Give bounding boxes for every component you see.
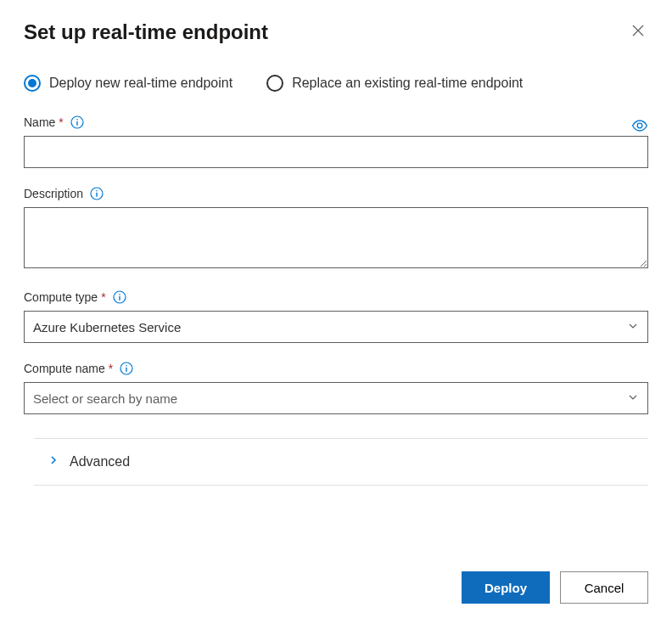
description-input[interactable] xyxy=(24,207,648,268)
close-icon xyxy=(631,24,645,40)
chevron-down-icon xyxy=(627,391,639,406)
chevron-down-icon xyxy=(627,320,639,334)
radio-unselected-icon xyxy=(266,75,283,92)
info-icon[interactable] xyxy=(120,362,133,375)
compute-type-value: Azure Kubernetes Service xyxy=(33,320,181,334)
svg-point-8 xyxy=(119,294,120,295)
required-asterisk: * xyxy=(101,290,105,304)
compute-type-select[interactable]: Azure Kubernetes Service xyxy=(24,311,648,343)
advanced-label: Advanced xyxy=(70,454,130,469)
dialog-title: Set up real-time endpoint xyxy=(24,20,268,44)
svg-rect-2 xyxy=(76,121,77,126)
info-icon[interactable] xyxy=(90,187,104,200)
required-asterisk: * xyxy=(109,362,113,375)
svg-rect-6 xyxy=(96,193,97,197)
close-button[interactable] xyxy=(628,20,648,43)
advanced-toggle[interactable]: Advanced xyxy=(34,454,648,469)
eye-icon[interactable] xyxy=(631,120,648,132)
required-asterisk: * xyxy=(59,115,63,129)
svg-rect-12 xyxy=(126,368,126,372)
compute-name-placeholder: Select or search by name xyxy=(33,391,177,406)
svg-point-11 xyxy=(126,365,127,367)
info-icon[interactable] xyxy=(113,290,126,304)
compute-name-select[interactable]: Select or search by name xyxy=(24,382,648,414)
svg-rect-9 xyxy=(119,296,120,301)
name-input[interactable] xyxy=(24,136,648,168)
compute-name-label: Compute name xyxy=(24,362,105,375)
radio-replace-existing[interactable]: Replace an existing real-time endpoint xyxy=(266,75,523,92)
info-icon[interactable] xyxy=(70,115,84,129)
chevron-right-icon xyxy=(48,454,59,469)
radio-replace-existing-label: Replace an existing real-time endpoint xyxy=(292,76,523,91)
compute-type-label: Compute type xyxy=(24,290,98,304)
svg-point-3 xyxy=(637,123,642,128)
svg-point-5 xyxy=(96,190,98,192)
cancel-button[interactable]: Cancel xyxy=(560,571,648,604)
radio-selected-icon xyxy=(24,75,41,92)
svg-point-1 xyxy=(76,119,78,121)
description-label: Description xyxy=(24,187,83,200)
radio-deploy-new-label: Deploy new real-time endpoint xyxy=(49,76,232,91)
name-label: Name xyxy=(24,115,55,129)
radio-deploy-new[interactable]: Deploy new real-time endpoint xyxy=(24,75,232,92)
deploy-button[interactable]: Deploy xyxy=(462,571,550,604)
